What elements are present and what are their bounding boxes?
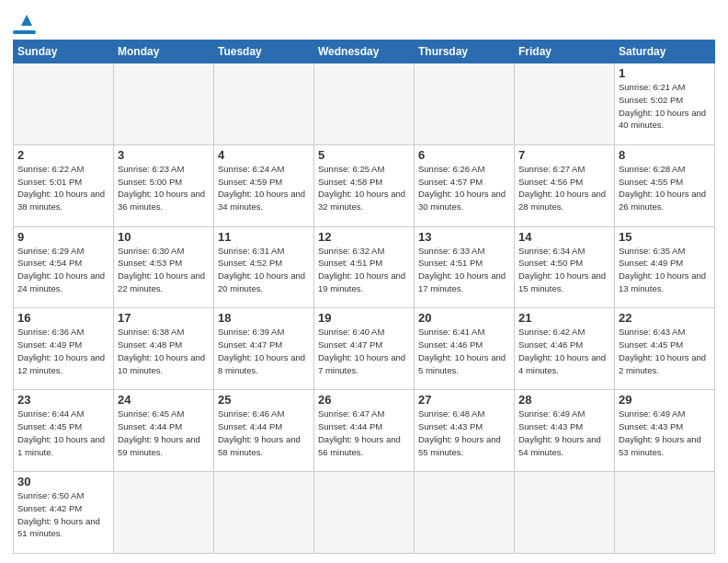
day-number: 1 (619, 66, 711, 80)
logo (13, 9, 36, 34)
page: SundayMondayTuesdayWednesdayThursdayFrid… (0, 0, 728, 563)
calendar-cell: 27Sunrise: 6:48 AM Sunset: 4:43 PM Dayli… (415, 390, 515, 472)
calendar-cell: 5Sunrise: 6:25 AM Sunset: 4:58 PM Daylig… (314, 144, 415, 226)
day-info: Sunrise: 6:21 AM Sunset: 5:02 PM Dayligh… (619, 81, 711, 132)
weekday-header-friday: Friday (515, 40, 615, 63)
calendar-cell: 24Sunrise: 6:45 AM Sunset: 4:44 PM Dayli… (114, 390, 214, 472)
day-info: Sunrise: 6:32 AM Sunset: 4:51 PM Dayligh… (318, 245, 410, 295)
weekday-header-row: SundayMondayTuesdayWednesdayThursdayFrid… (14, 40, 715, 63)
day-info: Sunrise: 6:44 AM Sunset: 4:45 PM Dayligh… (17, 408, 109, 458)
day-number: 17 (118, 311, 210, 325)
day-info: Sunrise: 6:22 AM Sunset: 5:01 PM Dayligh… (17, 163, 109, 213)
day-number: 4 (218, 148, 310, 162)
day-info: Sunrise: 6:26 AM Sunset: 4:57 PM Dayligh… (418, 163, 510, 213)
day-number: 12 (318, 230, 410, 244)
day-info: Sunrise: 6:46 AM Sunset: 4:44 PM Dayligh… (218, 408, 310, 458)
calendar-cell (214, 472, 314, 554)
calendar-cell: 30Sunrise: 6:50 AM Sunset: 4:42 PM Dayli… (14, 472, 114, 554)
svg-marker-0 (21, 15, 32, 26)
calendar-cell (14, 63, 114, 145)
calendar-cell: 18Sunrise: 6:39 AM Sunset: 4:47 PM Dayli… (214, 308, 314, 390)
logo-underline (13, 30, 36, 34)
day-number: 14 (518, 230, 610, 244)
day-number: 8 (619, 148, 711, 162)
day-number: 6 (418, 148, 510, 162)
calendar-cell (314, 63, 415, 145)
calendar-cell: 3Sunrise: 6:23 AM Sunset: 5:00 PM Daylig… (114, 144, 214, 226)
weekday-header-monday: Monday (114, 40, 214, 63)
calendar-cell (515, 63, 615, 145)
weekday-header-tuesday: Tuesday (214, 40, 314, 63)
day-info: Sunrise: 6:43 AM Sunset: 4:45 PM Dayligh… (619, 326, 711, 376)
day-number: 10 (118, 230, 210, 244)
calendar-cell: 11Sunrise: 6:31 AM Sunset: 4:52 PM Dayli… (214, 226, 314, 308)
day-number: 25 (218, 393, 310, 407)
day-number: 21 (518, 311, 610, 325)
day-number: 2 (17, 148, 109, 162)
calendar-cell: 2Sunrise: 6:22 AM Sunset: 5:01 PM Daylig… (14, 144, 114, 226)
calendar-cell (515, 472, 615, 554)
calendar-cell: 23Sunrise: 6:44 AM Sunset: 4:45 PM Dayli… (14, 390, 114, 472)
calendar-table: SundayMondayTuesdayWednesdayThursdayFrid… (13, 40, 715, 554)
day-number: 29 (619, 393, 711, 407)
calendar-cell: 9Sunrise: 6:29 AM Sunset: 4:54 PM Daylig… (14, 226, 114, 308)
calendar-cell (214, 63, 314, 145)
day-number: 9 (17, 230, 109, 244)
day-info: Sunrise: 6:24 AM Sunset: 4:59 PM Dayligh… (218, 163, 310, 213)
calendar-cell: 19Sunrise: 6:40 AM Sunset: 4:47 PM Dayli… (314, 308, 415, 390)
weekday-header-saturday: Saturday (615, 40, 715, 63)
calendar-week-4: 23Sunrise: 6:44 AM Sunset: 4:45 PM Dayli… (14, 390, 715, 472)
calendar-cell: 1Sunrise: 6:21 AM Sunset: 5:02 PM Daylig… (615, 63, 715, 145)
day-number: 3 (118, 148, 210, 162)
calendar-cell (615, 472, 715, 554)
day-info: Sunrise: 6:45 AM Sunset: 4:44 PM Dayligh… (118, 408, 210, 458)
calendar-cell: 4Sunrise: 6:24 AM Sunset: 4:59 PM Daylig… (214, 144, 314, 226)
day-number: 23 (17, 393, 109, 407)
day-info: Sunrise: 6:39 AM Sunset: 4:47 PM Dayligh… (218, 326, 310, 376)
calendar-week-0: 1Sunrise: 6:21 AM Sunset: 5:02 PM Daylig… (14, 63, 715, 145)
header (13, 9, 715, 34)
calendar-cell: 25Sunrise: 6:46 AM Sunset: 4:44 PM Dayli… (214, 390, 314, 472)
day-number: 27 (418, 393, 510, 407)
calendar-cell: 29Sunrise: 6:49 AM Sunset: 4:43 PM Dayli… (615, 390, 715, 472)
day-number: 26 (318, 393, 410, 407)
day-info: Sunrise: 6:49 AM Sunset: 4:43 PM Dayligh… (619, 408, 711, 458)
calendar-cell (114, 472, 214, 554)
calendar-week-5: 30Sunrise: 6:50 AM Sunset: 4:42 PM Dayli… (14, 472, 715, 554)
calendar-cell: 22Sunrise: 6:43 AM Sunset: 4:45 PM Dayli… (615, 308, 715, 390)
calendar-cell: 14Sunrise: 6:34 AM Sunset: 4:50 PM Dayli… (515, 226, 615, 308)
weekday-header-wednesday: Wednesday (314, 40, 415, 63)
day-info: Sunrise: 6:33 AM Sunset: 4:51 PM Dayligh… (418, 245, 510, 295)
calendar-cell: 20Sunrise: 6:41 AM Sunset: 4:46 PM Dayli… (415, 308, 515, 390)
calendar-header: SundayMondayTuesdayWednesdayThursdayFrid… (14, 40, 715, 63)
day-info: Sunrise: 6:49 AM Sunset: 4:43 PM Dayligh… (518, 408, 610, 458)
calendar-cell: 6Sunrise: 6:26 AM Sunset: 4:57 PM Daylig… (415, 144, 515, 226)
day-number: 22 (619, 311, 711, 325)
day-number: 5 (318, 148, 410, 162)
calendar-cell: 26Sunrise: 6:47 AM Sunset: 4:44 PM Dayli… (314, 390, 415, 472)
weekday-header-thursday: Thursday (415, 40, 515, 63)
day-number: 28 (518, 393, 610, 407)
calendar-cell: 8Sunrise: 6:28 AM Sunset: 4:55 PM Daylig… (615, 144, 715, 226)
calendar-cell (415, 63, 515, 145)
calendar-cell: 15Sunrise: 6:35 AM Sunset: 4:49 PM Dayli… (615, 226, 715, 308)
day-info: Sunrise: 6:27 AM Sunset: 4:56 PM Dayligh… (518, 163, 610, 213)
day-info: Sunrise: 6:47 AM Sunset: 4:44 PM Dayligh… (318, 408, 410, 458)
calendar-cell: 21Sunrise: 6:42 AM Sunset: 4:46 PM Dayli… (515, 308, 615, 390)
weekday-header-sunday: Sunday (14, 40, 114, 63)
calendar-cell: 16Sunrise: 6:36 AM Sunset: 4:49 PM Dayli… (14, 308, 114, 390)
day-info: Sunrise: 6:48 AM Sunset: 4:43 PM Dayligh… (418, 408, 510, 458)
calendar-week-3: 16Sunrise: 6:36 AM Sunset: 4:49 PM Dayli… (14, 308, 715, 390)
day-info: Sunrise: 6:38 AM Sunset: 4:48 PM Dayligh… (118, 326, 210, 376)
calendar-week-1: 2Sunrise: 6:22 AM Sunset: 5:01 PM Daylig… (14, 144, 715, 226)
day-info: Sunrise: 6:29 AM Sunset: 4:54 PM Dayligh… (17, 245, 109, 295)
day-number: 30 (17, 475, 109, 488)
day-info: Sunrise: 6:25 AM Sunset: 4:58 PM Dayligh… (318, 163, 410, 213)
calendar-cell (415, 472, 515, 554)
day-number: 13 (418, 230, 510, 244)
day-number: 11 (218, 230, 310, 244)
day-info: Sunrise: 6:50 AM Sunset: 4:42 PM Dayligh… (17, 489, 109, 540)
calendar-cell: 10Sunrise: 6:30 AM Sunset: 4:53 PM Dayli… (114, 226, 214, 308)
calendar-cell: 28Sunrise: 6:49 AM Sunset: 4:43 PM Dayli… (515, 390, 615, 472)
calendar-cell: 17Sunrise: 6:38 AM Sunset: 4:48 PM Dayli… (114, 308, 214, 390)
